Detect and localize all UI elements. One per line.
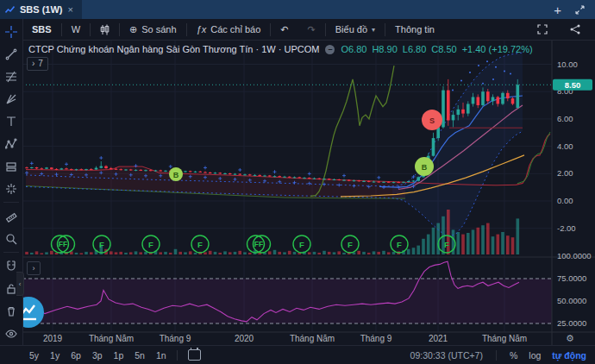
candle (119, 169, 122, 170)
go-to-date-icon[interactable] (188, 349, 201, 361)
chart-style-button[interactable] (91, 19, 119, 40)
volume-bar (178, 252, 182, 254)
tab-close-icon[interactable]: × (68, 4, 73, 15)
log-scale-button[interactable]: log (529, 350, 541, 361)
gann-tool[interactable] (3, 92, 19, 105)
candle (412, 181, 416, 182)
candle (263, 176, 266, 177)
volume-bar (273, 250, 277, 254)
volume-bar (248, 253, 252, 254)
trend-line-tool[interactable] (3, 47, 19, 60)
redo-button[interactable]: ↷ (298, 19, 325, 40)
auto-scale-button[interactable]: tự động (552, 350, 586, 361)
range-5d[interactable]: 5n (135, 350, 145, 361)
clock[interactable]: 09:30:33 (UTC+7) (410, 350, 483, 361)
chart-canvas[interactable]: 10.008.006.004.002.000.00-2.00100.000075… (0, 0, 595, 364)
symbol-title[interactable]: CTCP Chứng khoán Ngân hàng Sài Gòn Thươn… (28, 44, 319, 54)
compare-button[interactable]: ⊕So sánh (120, 19, 186, 40)
signal-plus (273, 170, 277, 173)
event-marker-label: F (99, 240, 104, 249)
volume-bar (333, 252, 336, 254)
candle (397, 182, 400, 183)
symbol-legend: CTCP Chứng khoán Ngân hàng Sài Gòn Thươn… (28, 44, 533, 54)
comparison-line-green (310, 66, 394, 196)
xabcd-pattern-tool[interactable] (3, 137, 19, 150)
candle (115, 169, 118, 170)
event-marker-label: F (299, 240, 304, 249)
open-value: O6.80 (341, 44, 366, 54)
chart-tab[interactable]: SBS (1W) × (0, 0, 82, 19)
candle (283, 177, 286, 178)
candle (402, 182, 405, 183)
range-1d[interactable]: 1n (156, 350, 166, 361)
volume-bar (461, 235, 465, 254)
share-button[interactable] (561, 24, 590, 35)
candle (218, 173, 222, 173)
remove-drawings-tool[interactable] (3, 304, 19, 317)
expand-window-icon[interactable] (575, 5, 585, 15)
hide-series-icon[interactable]: – (325, 45, 335, 54)
share-icon (570, 24, 580, 35)
price-axis[interactable] (552, 40, 595, 332)
candle (353, 180, 356, 181)
candle (95, 168, 98, 170)
text-tool[interactable] (3, 115, 19, 128)
range-1y[interactable]: 1y (50, 350, 60, 361)
candle (110, 168, 113, 169)
tab-label: SBS (1W) (20, 4, 63, 15)
zoom-tool[interactable] (3, 232, 19, 245)
position-tool[interactable] (3, 160, 19, 173)
candle (243, 174, 247, 175)
candle (85, 169, 88, 170)
volume-bar (223, 251, 227, 254)
symbol-search-button[interactable]: SBS (22, 19, 61, 40)
pane-expand-button[interactable]: › (27, 261, 41, 275)
volume-bar (382, 251, 385, 254)
brush-tool[interactable] (3, 182, 19, 195)
indicators-button[interactable]: ƒxCác chỉ báo (187, 19, 271, 40)
toolbar-collapse-handle[interactable]: ‹ (16, 272, 24, 296)
crosshair-tool[interactable] (3, 25, 19, 38)
volume-bar (407, 249, 410, 254)
timezone-settings-gear-icon[interactable]: ⚙ (566, 333, 574, 344)
range-1m[interactable]: 1p (114, 350, 124, 361)
volume-bar (50, 251, 53, 254)
collapsed-indicators-badge[interactable]: › 7 (27, 57, 48, 71)
signal-plus (135, 164, 138, 167)
candle (164, 171, 167, 172)
candle (41, 168, 44, 169)
interval-button[interactable]: W (62, 19, 90, 40)
fullscreen-button[interactable] (528, 24, 557, 35)
ruler-tool[interactable] (3, 210, 19, 223)
candle (452, 115, 455, 120)
chart-layout-menu[interactable]: Biểu đồ▾ (326, 19, 385, 40)
signal-plus (238, 168, 241, 172)
info-button[interactable]: Thông tin (385, 19, 444, 40)
candle (258, 175, 261, 176)
candle (149, 170, 153, 171)
candle (268, 176, 272, 177)
event-marker-label: F (197, 240, 203, 249)
undo-button[interactable]: ↶ (271, 19, 298, 40)
volume-bar (110, 251, 113, 254)
range-3m[interactable]: 3p (92, 350, 103, 361)
signal-plus (342, 174, 346, 178)
hide-drawings-tool[interactable] (3, 327, 19, 340)
magnet-tool[interactable] (3, 260, 19, 273)
candle (30, 167, 34, 168)
volume-bar (139, 252, 142, 254)
new-tab-button[interactable]: + (554, 3, 561, 16)
candle (100, 166, 103, 168)
signal-plus (308, 172, 311, 175)
change-value: +1.40 (+19.72%) (462, 44, 533, 54)
volume-bar (377, 252, 380, 254)
candle (70, 169, 73, 170)
high-value: H8.90 (372, 44, 397, 54)
volume-bar (119, 252, 122, 254)
range-6m[interactable]: 6p (71, 350, 81, 361)
percent-scale-button[interactable]: % (510, 350, 517, 361)
fib-retracement-tool[interactable] (3, 70, 19, 83)
time-axis[interactable] (22, 332, 595, 346)
range-5y[interactable]: 5y (29, 350, 39, 361)
volume-bar (367, 253, 371, 254)
